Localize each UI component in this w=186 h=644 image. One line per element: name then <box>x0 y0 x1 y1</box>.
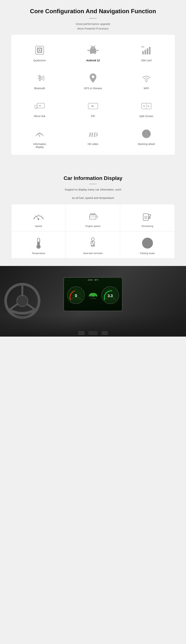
infodisplay-icon <box>33 127 46 140</box>
screen-time: 10:08 <box>88 279 92 281</box>
speed-gauge: 0 <box>68 287 84 304</box>
parkingbrake-icon: P <box>141 236 154 250</box>
parkingbrake-label: Parking brake <box>140 252 155 255</box>
rpm-gauge: 3.3 <box>102 287 118 304</box>
svg-text:4G: 4G <box>141 45 144 48</box>
core-title: Core Configuration And Navigation Functi… <box>4 8 182 15</box>
svg-point-36 <box>39 136 40 136</box>
splitscreen-label: Split Screen <box>139 115 153 118</box>
svg-line-69 <box>92 242 94 246</box>
android-label: Android 12 <box>86 59 100 62</box>
info-grid-wrap: Speed <box>11 204 175 258</box>
divider-line <box>89 18 97 18</box>
speed-icon <box>32 210 45 222</box>
svg-rect-14 <box>97 50 99 51</box>
hdvideo-icon: HD <box>86 127 100 140</box>
core-subtitle1: Great performance upgrade <box>4 22 182 26</box>
svg-marker-30 <box>143 105 145 107</box>
svg-text:P: P <box>146 242 148 245</box>
rpm-value: 3.3 <box>107 294 113 298</box>
carinfo-section: Car Information Display Support to displ… <box>0 168 186 266</box>
enginespeed-icon <box>86 210 99 222</box>
temperature-label: Temperature <box>32 252 45 255</box>
dashboard-section: 10:08 80°F 0 <box>0 266 186 336</box>
svg-line-78 <box>9 304 18 310</box>
wifi-icon <box>140 72 153 84</box>
info-item-enginespeed: Engine speed <box>66 204 120 232</box>
info-item-temperature: Temperature <box>11 232 66 258</box>
svg-line-46 <box>35 216 36 216</box>
svg-rect-6 <box>90 52 92 54</box>
svg-marker-23 <box>40 105 41 106</box>
svg-point-64 <box>37 245 40 248</box>
splitscreen-icon <box>140 100 153 112</box>
core-subtitle2: More Powerful Processor <box>4 26 182 31</box>
info-item-remaining: Remaining <box>120 204 175 232</box>
svg-line-12 <box>94 46 95 46</box>
remaining-icon <box>141 210 154 222</box>
svg-point-68 <box>91 238 94 241</box>
svg-rect-24 <box>35 105 37 108</box>
info-item-parkingbrake: P Parking brake <box>120 232 175 258</box>
feature-item-qualcomm: Qualcomm <box>13 38 66 66</box>
svg-point-39 <box>145 132 148 135</box>
hdvideo-label: HD video <box>88 142 98 146</box>
feature-item-gps: GPS & Glonass <box>66 66 120 94</box>
feature-item-splitscreen: Split Screen <box>120 94 173 122</box>
bluetooth-icon <box>33 72 46 84</box>
info-item-seatbelt: Seat belt reminder <box>66 232 120 258</box>
svg-rect-19 <box>149 47 150 54</box>
svg-marker-27 <box>92 105 94 107</box>
pip-label: PIP <box>91 115 95 118</box>
feature-card: Qualcomm <box>11 35 175 155</box>
svg-rect-18 <box>147 48 148 54</box>
carinfo-divider <box>89 184 97 184</box>
qualcomm-icon <box>33 44 46 57</box>
feature-item-wifi: WIFI <box>120 66 173 94</box>
bluetooth-label: Bluetooth <box>34 87 45 90</box>
svg-rect-17 <box>144 50 146 54</box>
info-grid: Speed <box>11 204 175 258</box>
infodisplay-label: Information display <box>31 142 48 148</box>
mirrorlink-icon <box>33 100 46 112</box>
feature-item-infodisplay: Information display <box>13 122 66 153</box>
svg-line-47 <box>42 216 42 216</box>
simcard-icon: 4G <box>140 44 153 57</box>
svg-point-10 <box>94 48 94 48</box>
qualcomm-label: Qualcomm <box>33 59 46 62</box>
enginespeed-label: Engine speed <box>86 225 100 228</box>
svg-line-11 <box>91 46 92 46</box>
feature-item-hdvideo: HD HD video <box>66 122 120 153</box>
temperature-icon <box>32 236 45 250</box>
svg-point-20 <box>92 76 94 78</box>
carinfo-title: Car Information Display <box>4 175 182 181</box>
car-silhouette <box>88 291 98 297</box>
simcard-label: SIM card <box>141 59 152 62</box>
mirrorlink-label: Mirror link <box>34 115 45 118</box>
screen-mileage: 17274mi <box>90 297 96 299</box>
gps-icon <box>86 72 100 84</box>
svg-rect-5 <box>90 50 96 53</box>
android-icon <box>86 44 100 57</box>
seatbelt-icon <box>86 236 99 250</box>
svg-point-81 <box>90 296 92 297</box>
feature-item-bluetooth: Bluetooth <box>13 66 66 94</box>
steeringwheel-label: Steering wheel <box>138 142 155 146</box>
svg-point-21 <box>146 81 147 82</box>
feature-item-mirrorlink: Mirror link <box>13 94 66 122</box>
svg-line-79 <box>27 304 35 310</box>
svg-rect-56 <box>143 214 148 220</box>
feature-item-steeringwheel: Steering wheel <box>120 122 173 153</box>
feature-grid: Qualcomm <box>13 38 173 153</box>
pip-icon <box>86 100 100 112</box>
svg-marker-31 <box>148 105 149 107</box>
carinfo-subtitle2: as oil fuel ,speed and temperature <box>4 196 182 200</box>
svg-rect-16 <box>142 51 144 54</box>
carinfo-subtitle1: Support to display many car infomration … <box>4 187 182 192</box>
feature-item-pip: PIP <box>66 94 120 122</box>
svg-point-49 <box>38 218 39 220</box>
svg-rect-7 <box>94 52 96 54</box>
svg-text:HD: HD <box>89 131 98 138</box>
steeringwheel-icon <box>140 127 153 140</box>
feature-item-android: Android 12 <box>66 38 120 66</box>
